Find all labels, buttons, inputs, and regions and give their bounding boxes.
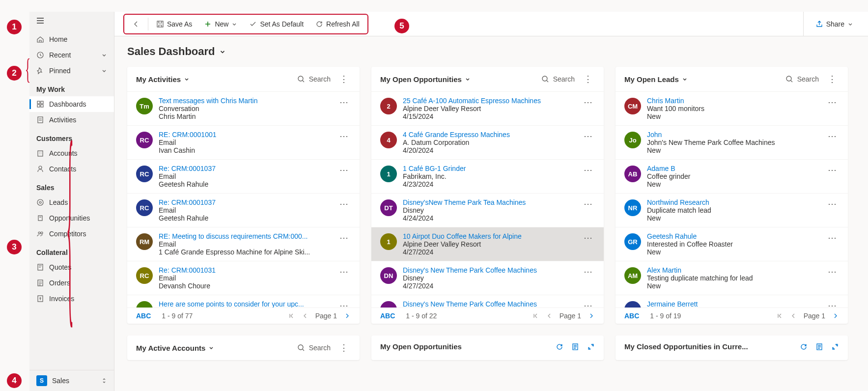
save-as-button[interactable]: Save As [150,17,198,31]
list-item[interactable]: ABAdame BCoffee grinderNew⋯ [616,159,848,193]
list-item[interactable]: TmText messages with Chris MartinConvers… [127,91,360,125]
card-leads-more[interactable]: ⋮ [826,74,839,84]
list-item[interactable]: 44 Café Grande Espresso MachinesA. Datum… [371,125,604,159]
card-activities-title[interactable]: My Activities [136,75,190,84]
row-title[interactable]: 1 Café BG-1 Grinder [403,165,576,172]
row-title[interactable]: Re: CRM:0001037 [159,165,332,172]
row-more-button[interactable]: ⋯ [582,131,595,141]
row-title[interactable]: Alex Martin [647,266,820,274]
nav-recent[interactable]: Recent [29,47,114,63]
pager-first[interactable] [532,312,539,319]
pager-first[interactable] [776,312,783,319]
area-switcher[interactable]: S Sales [29,370,114,391]
list-item[interactable]: RMRE: Meeting to discuss requirements CR… [127,227,360,261]
page-title[interactable]: Sales Dashboard [127,45,855,58]
row-title[interactable]: Chris Martin [647,97,820,105]
row-more-button[interactable]: ⋯ [826,232,839,243]
expand-icon[interactable] [831,343,839,351]
card-leads-search[interactable]: Search [785,75,819,83]
row-title[interactable]: Disney's New Theme Park Coffee Machines [403,266,576,274]
nav-pinned[interactable]: Pinned [29,63,114,79]
row-title[interactable]: Disney's New Theme Park Coffee Machines [403,300,576,307]
list-item[interactable]: RCRe: CRM:0001037EmailGeetesh Rahule⋯ [127,193,360,227]
list-item[interactable]: HaHere are some points to consider for y… [127,295,360,307]
list-item[interactable]: DNDisney's New Theme Park Coffee Machine… [371,295,604,307]
list-item[interactable]: 110 Airpot Duo Coffee Makers for AlpineA… [371,227,604,261]
nav-home[interactable]: Home [29,31,114,47]
pager-prev[interactable] [546,312,553,319]
row-title[interactable]: Jermaine Berrett [647,300,820,307]
list-item[interactable]: AMAlex MartinTesting duplicate matching … [616,261,848,295]
row-more-button[interactable]: ⋯ [337,97,351,108]
card-active-accounts-search[interactable]: Search [297,344,331,352]
records-icon[interactable] [571,343,579,351]
list-item[interactable]: 11 Café BG-1 GrinderFabrikam, Inc.4/23/2… [371,159,604,193]
row-more-button[interactable]: ⋯ [582,97,595,108]
list-item[interactable]: RCRe: CRM:0001037EmailGeetesh Rahule⋯ [127,159,360,193]
records-icon[interactable] [815,343,823,351]
pager-prev[interactable] [790,312,797,319]
abc-filter[interactable]: ABC [624,312,639,320]
pager-next[interactable] [588,312,595,319]
row-title[interactable]: RE: CRM:0001001 [159,131,332,139]
list-item[interactable]: DNDisney's New Theme Park Coffee Machine… [371,261,604,295]
set-default-button[interactable]: Set As Default [243,17,309,31]
row-more-button[interactable]: ⋯ [582,232,595,243]
card-opportunities-title[interactable]: My Open Opportunities [380,75,471,84]
new-button[interactable]: New [198,17,243,31]
share-button[interactable]: Share [810,17,859,31]
row-title[interactable]: Re: CRM:0001031 [159,266,332,274]
row-title[interactable]: Disney'sNew Theme Park Tea Machines [403,198,576,206]
row-title[interactable]: Re: CRM:0001037 [159,198,332,206]
row-more-button[interactable]: ⋯ [337,232,351,243]
row-title[interactable]: RE: Meeting to discuss requirements CRM:… [159,232,332,240]
pager-next[interactable] [344,312,351,319]
row-more-button[interactable]: ⋯ [582,266,595,277]
row-more-button[interactable]: ⋯ [337,300,351,307]
card-activities-more[interactable]: ⋮ [337,74,351,84]
row-more-button[interactable]: ⋯ [337,198,351,209]
hamburger-icon[interactable] [29,12,114,29]
list-item[interactable]: GRGeetesh RahuleInterested in Coffee Roa… [616,227,848,261]
list-item[interactable]: DTDisney'sNew Theme Park Tea MachinesDis… [371,193,604,227]
row-title[interactable]: Text messages with Chris Martin [159,97,332,105]
list-item[interactable]: JBJermaine Berrett5 Café Lite Espresso M… [616,295,848,307]
list-item[interactable]: RCRE: CRM:0001001EmailIvan Cashin⋯ [127,125,360,159]
list-item[interactable]: NRNorthwind ResearchDuplicate match lead… [616,193,848,227]
back-button[interactable] [126,17,146,31]
card-opportunities-search[interactable]: Search [541,75,575,83]
row-title[interactable]: 10 Airpot Duo Coffee Makers for Alpine [403,232,576,240]
refresh-all-button[interactable]: Refresh All [309,17,365,31]
row-title[interactable]: Northwind Research [647,198,820,206]
abc-filter[interactable]: ABC [136,312,151,320]
row-title[interactable]: John [647,131,820,139]
row-more-button[interactable]: ⋯ [826,300,839,307]
card-active-accounts-title[interactable]: My Active Accounts [136,344,214,352]
pager-first[interactable] [288,312,295,319]
list-item[interactable]: CMChris MartinWant 100 monitorsNew⋯ [616,91,848,125]
list-item[interactable]: RCRe: CRM:0001031EmailDevansh Choure⋯ [127,261,360,295]
row-more-button[interactable]: ⋯ [337,131,351,141]
card-opportunities-more[interactable]: ⋮ [582,74,595,84]
pager-next[interactable] [832,312,839,319]
row-more-button[interactable]: ⋯ [826,97,839,108]
row-title[interactable]: 4 Café Grande Espresso Machines [403,131,576,139]
pager-prev[interactable] [302,312,308,319]
list-item[interactable]: 225 Café A-100 Automatic Espresso Machin… [371,91,604,125]
row-title[interactable]: Geetesh Rahule [647,232,820,240]
row-more-button[interactable]: ⋯ [826,165,839,175]
row-more-button[interactable]: ⋯ [337,266,351,277]
row-title[interactable]: Here are some points to consider for you… [159,300,332,307]
row-more-button[interactable]: ⋯ [826,198,839,209]
card-activities-search[interactable]: Search [297,75,331,83]
row-more-button[interactable]: ⋯ [337,165,351,175]
card-leads-title[interactable]: My Open Leads [624,75,688,84]
expand-icon[interactable] [587,343,595,351]
row-more-button[interactable]: ⋯ [582,198,595,209]
list-item[interactable]: JoJohnJohn's New Theme Park Coffee Machi… [616,125,848,159]
row-more-button[interactable]: ⋯ [582,165,595,175]
row-more-button[interactable]: ⋯ [826,131,839,141]
abc-filter[interactable]: ABC [380,312,395,320]
row-title[interactable]: Adame B [647,165,820,172]
row-more-button[interactable]: ⋯ [826,266,839,277]
